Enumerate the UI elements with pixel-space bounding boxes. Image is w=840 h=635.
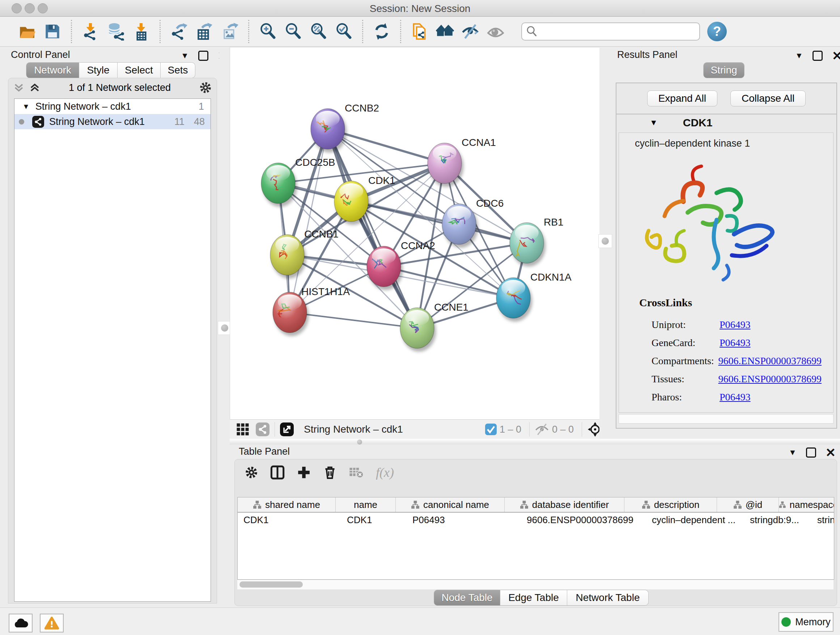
- network-edge[interactable]: [328, 129, 417, 328]
- export-table-button[interactable]: [194, 21, 215, 42]
- warning-button[interactable]: [40, 614, 64, 632]
- network-edge[interactable]: [290, 312, 417, 328]
- scrollbar-thumb[interactable]: [240, 581, 303, 587]
- checkbox-icon[interactable]: [485, 424, 497, 435]
- network-node-CDKN1A[interactable]: [496, 278, 531, 318]
- column-header-database-identifier[interactable]: database identifier: [505, 497, 624, 512]
- show-columns-icon[interactable]: [270, 465, 285, 480]
- tab-style[interactable]: Style: [79, 62, 118, 78]
- right-splitter[interactable]: [600, 47, 611, 439]
- expand-all-icon[interactable]: [29, 82, 40, 93]
- memory-button[interactable]: Memory: [778, 612, 834, 632]
- import-network-file-button[interactable]: [80, 21, 101, 42]
- table-row[interactable]: CDK1CDK1P064939606.ENSP00000378699cyclin…: [238, 513, 834, 527]
- external-link-icon[interactable]: [280, 423, 294, 436]
- cell-canonical-name[interactable]: P06493: [407, 513, 521, 527]
- collapse-gene-arrow-icon[interactable]: ▼: [650, 118, 658, 127]
- zoom-in-button[interactable]: [257, 21, 278, 42]
- cell--id[interactable]: stringdb:9...: [744, 513, 812, 527]
- add-column-icon[interactable]: [297, 466, 311, 479]
- gear-icon[interactable]: [199, 81, 212, 94]
- cloud-button[interactable]: [9, 614, 33, 632]
- network-node-CCNA1[interactable]: [428, 143, 462, 184]
- save-session-button[interactable]: [42, 21, 63, 42]
- network-node-CDC6[interactable]: [442, 204, 476, 244]
- tab-sets[interactable]: Sets: [161, 62, 195, 78]
- tab-select[interactable]: Select: [118, 62, 161, 78]
- collapse-all-button[interactable]: Collapse All: [730, 90, 806, 106]
- tab-string[interactable]: String: [703, 62, 745, 78]
- collapse-all-icon[interactable]: [13, 82, 24, 93]
- network-node-RB1[interactable]: [510, 223, 544, 263]
- crosslink-pharos[interactable]: P06493: [720, 391, 751, 403]
- tab-edge-table[interactable]: Edge Table: [500, 590, 567, 606]
- grid-view-icon[interactable]: [236, 423, 249, 436]
- expand-all-button[interactable]: Expand All: [647, 90, 717, 106]
- network-node-HIST1H1A[interactable]: [273, 292, 307, 333]
- float-panel-button[interactable]: ▼: [795, 51, 803, 60]
- import-table-button[interactable]: [131, 21, 152, 42]
- crosslink-tissues[interactable]: 9606.ENSP00000378699: [718, 373, 821, 385]
- network-node-CDK1[interactable]: [334, 181, 368, 222]
- export-image-button[interactable]: [219, 21, 240, 42]
- delete-column-icon[interactable]: [323, 466, 337, 479]
- share-icon[interactable]: [256, 423, 270, 436]
- float-panel-button[interactable]: ▼: [181, 51, 189, 60]
- export-network-button[interactable]: [169, 21, 189, 42]
- gear-icon[interactable]: [245, 466, 258, 479]
- network-overview-button[interactable]: [409, 21, 430, 42]
- close-panel-button[interactable]: ✕: [826, 448, 836, 456]
- zoom-selected-button[interactable]: [333, 21, 354, 42]
- zoom-out-button[interactable]: [283, 21, 303, 42]
- cell-database-identifier[interactable]: 9606.ENSP00000378699: [521, 513, 646, 527]
- cell-name[interactable]: CDK1: [341, 513, 407, 527]
- close-panel-button[interactable]: ✕: [832, 52, 840, 60]
- search-field[interactable]: [521, 22, 700, 41]
- home-button[interactable]: [434, 21, 455, 42]
- column-header-description[interactable]: description: [624, 497, 717, 512]
- help-button[interactable]: ?: [707, 22, 727, 41]
- network-node-CCNB2[interactable]: [311, 109, 345, 149]
- network-node-CCNA2[interactable]: [367, 246, 401, 287]
- network-node-CCNB1[interactable]: [270, 234, 304, 275]
- network-row-selected[interactable]: String Network – cdk1 11 48: [14, 114, 210, 129]
- crosslink-genecard[interactable]: P06493: [720, 337, 751, 348]
- column-header--id[interactable]: @id: [717, 497, 779, 512]
- tab-network-table[interactable]: Network Table: [567, 590, 649, 606]
- cell-shared-name[interactable]: CDK1: [238, 513, 341, 527]
- collection-expand-arrow-icon[interactable]: ▼: [22, 103, 30, 111]
- column-header-canonical-name[interactable]: canonical name: [396, 497, 505, 512]
- search-input[interactable]: [542, 26, 695, 38]
- maximize-panel-button[interactable]: [813, 51, 823, 61]
- maximize-panel-button[interactable]: [806, 448, 816, 458]
- float-panel-button[interactable]: ▼: [789, 448, 797, 457]
- network-node-CCNE1[interactable]: [400, 308, 434, 348]
- column-header-namespace[interactable]: namespace: [779, 497, 834, 512]
- crosslink-uniprot[interactable]: P06493: [720, 319, 751, 331]
- left-splitter[interactable]: [219, 47, 230, 439]
- zoom-fit-button[interactable]: [308, 21, 329, 42]
- node-table[interactable]: shared namenamecanonical namedatabase id…: [237, 497, 834, 580]
- crosslink-compartments[interactable]: 9606.ENSP00000378699: [718, 355, 821, 367]
- cell-description[interactable]: cyclin–dependent ...: [646, 513, 744, 527]
- tab-node-table[interactable]: Node Table: [434, 590, 500, 606]
- network-node-CDC25B[interactable]: [261, 163, 295, 203]
- show-panels-button[interactable]: [485, 21, 506, 42]
- right-splitter-handle[interactable]: [598, 234, 612, 248]
- tab-network[interactable]: Network: [26, 62, 79, 78]
- cell-namespace[interactable]: stringdb: [812, 513, 834, 527]
- results-scrollbar[interactable]: [619, 414, 834, 424]
- network-canvas[interactable]: CCNB2CCNA1CDC25BCDK1CDC6RB1CCNB1CCNA2CDK…: [230, 47, 600, 420]
- maximize-panel-button[interactable]: [198, 51, 208, 61]
- column-header-shared-name[interactable]: shared name: [238, 497, 336, 512]
- refresh-layout-button[interactable]: [371, 21, 392, 42]
- column-header-name[interactable]: name: [336, 497, 396, 512]
- horizontal-splitter-handle[interactable]: [357, 440, 362, 445]
- gene-header-row[interactable]: ▼ CDK1: [616, 114, 836, 131]
- open-session-button[interactable]: [17, 21, 38, 42]
- network-collection-row[interactable]: ▼ String Network – cdk1 1: [14, 99, 210, 114]
- network-edge[interactable]: [328, 129, 445, 163]
- table-horizontal-scrollbar[interactable]: [237, 580, 834, 589]
- hide-panels-button[interactable]: [460, 21, 481, 42]
- import-network-database-button[interactable]: [105, 21, 126, 42]
